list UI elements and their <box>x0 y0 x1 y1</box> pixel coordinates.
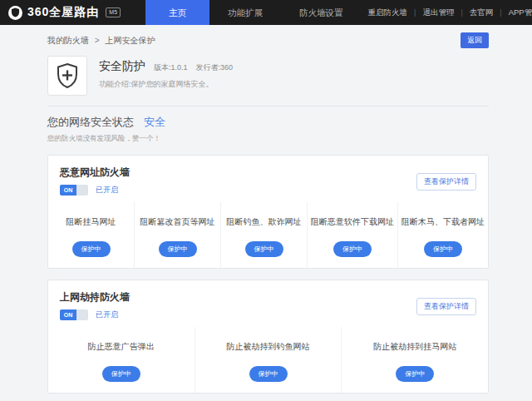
toggle-state-label: 已开启 <box>96 309 118 320</box>
card-title: 上网劫持防火墙 <box>60 290 476 304</box>
top-nav-bar: 360全屋路由 M5 主页 功能扩展 防火墙设置 重启防火墙 | 退出管理 | … <box>0 0 532 25</box>
restart-firewall-link[interactable]: 重启防火墙 <box>362 7 415 18</box>
toggle-on-label: ON <box>60 309 76 320</box>
breadcrumb-row: 我的防火墙 > 上网安全保护 返回 <box>47 25 489 54</box>
protection-label: 防止恶意广告弹出 <box>52 341 191 353</box>
protecting-badge[interactable]: 保护中 <box>333 241 372 257</box>
protection-item: 阻断木马、下载者网址 保护中 <box>397 202 488 268</box>
card-head: 恶意网址防火墙 ON 已开启 查看保护详情 <box>48 156 488 202</box>
app-description: 功能介绍:保护您的家庭网络安全。 <box>99 79 233 90</box>
toggle-knob <box>76 309 88 320</box>
card-title: 恶意网址防火墙 <box>60 166 476 180</box>
app-title: 安全防护 <box>99 59 145 74</box>
firewall-toggle[interactable]: ON <box>60 309 88 320</box>
protecting-badge[interactable]: 保护中 <box>424 241 462 257</box>
protection-label: 阻断篡改首页等网址 <box>138 216 217 228</box>
logo-text: 360全屋路由 <box>27 5 99 20</box>
app-version: 版本:1.0.1 <box>154 62 188 73</box>
protecting-badge[interactable]: 保护中 <box>249 366 288 382</box>
protection-item: 防止被劫持到挂马网站 保护中 <box>341 327 488 393</box>
shield-plus-icon <box>47 56 87 96</box>
protecting-badge[interactable]: 保护中 <box>72 241 111 257</box>
toggle-knob <box>76 185 88 196</box>
firewall-toggle[interactable]: ON <box>60 185 88 196</box>
app-publisher: 发行者:360 <box>196 62 234 73</box>
status-value: 安全 <box>144 115 165 130</box>
app-info: 安全防护 版本:1.0.1 发行者:360 功能介绍:保护您的家庭网络安全。 <box>47 56 489 96</box>
breadcrumb-separator: > <box>95 36 100 45</box>
header-links: 重启防火墙 | 退出管理 | 去官网 | APP管理 <box>362 0 532 25</box>
model-badge: M5 <box>106 7 121 17</box>
section-divider <box>47 106 489 106</box>
security-status: 您的网络安全状态 安全 您的防火墙没有发现风险，赞一个！ <box>47 115 489 144</box>
protection-label: 阻断木马、下载者网址 <box>401 216 485 228</box>
protection-label: 阻断恶意软件下载网址 <box>311 216 394 228</box>
breadcrumb: 我的防火墙 > 上网安全保护 <box>47 35 155 47</box>
protection-item: 阻断钓鱼、欺诈网址 保护中 <box>220 202 307 268</box>
protection-item: 防止被劫持到钓鱼网站 保护中 <box>195 327 342 393</box>
tab-extensions[interactable]: 功能扩展 <box>209 0 281 25</box>
toggle-on-label: ON <box>60 185 76 196</box>
app-manage-link[interactable]: APP管理 <box>502 7 532 18</box>
content-area: 我的防火墙 > 上网安全保护 返回 安全防护 版本:1.0.1 发行者:360 <box>0 25 532 401</box>
protecting-badge[interactable]: 保护中 <box>245 241 283 257</box>
card-head: 上网劫持防火墙 ON 已开启 查看保护详情 <box>48 280 488 327</box>
brand-logo[interactable]: 360全屋路由 M5 <box>0 0 131 25</box>
toggle-state-label: 已开启 <box>96 185 118 196</box>
card-hijack-firewall: 上网劫持防火墙 ON 已开启 查看保护详情 防止恶意广告弹出 保护中 防止被劫持… <box>47 280 489 394</box>
router-admin-page: 360全屋路由 M5 主页 功能扩展 防火墙设置 重启防火墙 | 退出管理 | … <box>0 0 532 401</box>
brand-shield-icon <box>8 6 22 20</box>
protection-label: 阻断钓鱼、欺诈网址 <box>224 216 303 228</box>
status-note: 您的防火墙没有发现风险，赞一个！ <box>47 134 489 144</box>
protection-item: 防止恶意广告弹出 保护中 <box>48 327 195 393</box>
protection-item: 阻断篡改首页等网址 保护中 <box>134 202 220 268</box>
breadcrumb-my-firewall[interactable]: 我的防火墙 <box>47 36 89 45</box>
protection-item: 阻断挂马网址 保护中 <box>48 202 134 268</box>
main-nav: 主页 功能扩展 防火墙设置 <box>145 0 362 25</box>
protection-label: 防止被劫持到挂马网站 <box>345 341 485 353</box>
protecting-badge[interactable]: 保护中 <box>102 366 140 382</box>
protection-columns: 防止恶意广告弹出 保护中 防止被劫持到钓鱼网站 保护中 防止被劫持到挂马网站 保… <box>48 327 488 393</box>
app-meta: 安全防护 版本:1.0.1 发行者:360 功能介绍:保护您的家庭网络安全。 <box>99 56 233 96</box>
card-malicious-url-firewall: 恶意网址防火墙 ON 已开启 查看保护详情 阻断挂马网址 保护中 阻断篡改首页等… <box>47 155 489 269</box>
protecting-badge[interactable]: 保护中 <box>159 241 197 257</box>
protection-label: 阻断挂马网址 <box>52 216 131 228</box>
view-protection-details-button[interactable]: 查看保护详情 <box>416 298 476 315</box>
breadcrumb-current: 上网安全保护 <box>105 36 155 45</box>
official-site-link[interactable]: 去官网 <box>463 7 500 18</box>
tab-firewall-settings[interactable]: 防火墙设置 <box>281 0 362 25</box>
protection-item: 阻断恶意软件下载网址 保护中 <box>307 202 397 268</box>
logout-link[interactable]: 退出管理 <box>416 7 461 18</box>
status-label: 您的网络安全状态 <box>47 115 134 130</box>
protecting-badge[interactable]: 保护中 <box>396 366 434 382</box>
tab-home[interactable]: 主页 <box>145 0 209 25</box>
protection-label: 防止被劫持到钓鱼网站 <box>199 341 338 353</box>
view-protection-details-button[interactable]: 查看保护详情 <box>416 173 476 191</box>
protection-columns: 阻断挂马网址 保护中 阻断篡改首页等网址 保护中 阻断钓鱼、欺诈网址 保护中 阻… <box>48 202 488 268</box>
back-button[interactable]: 返回 <box>461 32 489 48</box>
